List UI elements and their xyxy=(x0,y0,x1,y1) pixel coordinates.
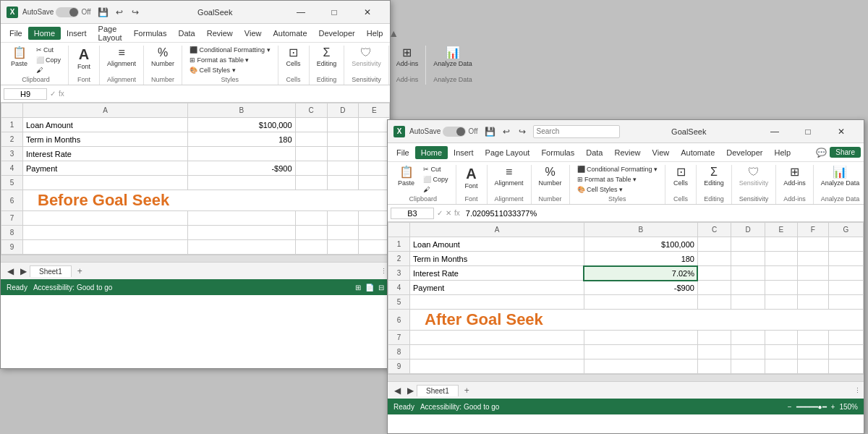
ribbon-toggle-btn[interactable]: ▲ xyxy=(388,27,399,39)
cells-button[interactable]: ⊡ Cells xyxy=(283,46,305,69)
cell-d3[interactable] xyxy=(327,147,359,161)
cell2-g9[interactable] xyxy=(828,359,863,374)
copy-button[interactable]: ⬜ Copy xyxy=(33,56,64,64)
cell2-c8[interactable] xyxy=(697,345,731,359)
menu-home[interactable]: Home xyxy=(28,27,61,40)
menu-data[interactable]: Data xyxy=(172,27,200,40)
menu2-formulas[interactable]: Formulas xyxy=(535,146,580,159)
editing-button[interactable]: Σ Editing xyxy=(314,46,340,69)
zoom-out-btn[interactable]: − xyxy=(788,403,792,411)
col-header-b[interactable]: B xyxy=(187,103,295,118)
cell-d4[interactable] xyxy=(327,161,359,176)
close-button[interactable]: ✕ xyxy=(351,1,384,24)
cell-c9[interactable] xyxy=(295,240,327,255)
cell2-c9[interactable] xyxy=(697,359,731,374)
cells-button-2[interactable]: ⊡ Cells xyxy=(670,165,692,188)
cell2-b3-selected[interactable]: 7.02% xyxy=(584,266,697,281)
zoom-slider[interactable]: ━━━━━●━ xyxy=(796,403,827,411)
formula-input-2[interactable] xyxy=(463,208,861,218)
comments-btn[interactable]: 💬 xyxy=(816,147,827,158)
cell2-b5[interactable] xyxy=(584,295,697,310)
resize-handle-2[interactable]: ⋮ xyxy=(854,387,861,394)
cell-b1[interactable]: $100,000 xyxy=(187,118,295,132)
save-button-2[interactable]: 💾 xyxy=(484,125,497,138)
menu-automate[interactable]: Automate xyxy=(267,27,312,40)
cell2-a3[interactable]: Interest Rate xyxy=(410,266,584,281)
cell2-a1[interactable]: Loan Amount xyxy=(410,237,584,252)
save-button[interactable]: 💾 xyxy=(97,6,110,19)
menu-page-layout[interactable]: Page Layout xyxy=(93,22,128,44)
font-button-2[interactable]: A Font xyxy=(461,165,482,191)
add-sheet-btn-2[interactable]: + xyxy=(459,384,475,397)
addins-button[interactable]: ⊞ Add-ins xyxy=(393,46,422,69)
cell-reference-box[interactable]: H9 xyxy=(4,88,47,100)
alignment-button[interactable]: ≡ Alignment xyxy=(104,46,139,69)
cell2-e8[interactable] xyxy=(765,345,797,359)
cell2-c4[interactable] xyxy=(697,281,731,295)
add-sheet-btn[interactable]: + xyxy=(72,265,88,278)
alignment-button-2[interactable]: ≡ Alignment xyxy=(492,165,527,188)
prev-sheet-btn-2[interactable]: ◀ xyxy=(391,384,404,397)
cell-styles-button[interactable]: 🎨 Cell Styles ▾ xyxy=(187,66,273,75)
number-button-2[interactable]: % Number xyxy=(536,165,565,188)
cell-a8[interactable] xyxy=(23,226,188,240)
cell2-d4[interactable] xyxy=(731,281,765,295)
cell-d8[interactable] xyxy=(327,226,359,240)
cell2-d8[interactable] xyxy=(731,345,765,359)
autosave-toggle[interactable] xyxy=(56,7,79,17)
format-table-button[interactable]: ⊞ Format as Table ▾ xyxy=(187,56,273,64)
col2-header-c[interactable]: C xyxy=(697,223,731,237)
col-header-c[interactable]: C xyxy=(295,103,327,118)
sheet-tab-1[interactable]: Sheet1 xyxy=(30,265,72,277)
cell2-a9[interactable] xyxy=(410,359,584,374)
cell-a3[interactable]: Interest Rate xyxy=(23,147,188,161)
cell-b8[interactable] xyxy=(187,226,295,240)
cell-c1[interactable] xyxy=(295,118,327,132)
menu2-automate[interactable]: Automate xyxy=(675,146,720,159)
cell-e2[interactable] xyxy=(359,132,390,147)
cell2-e2[interactable] xyxy=(765,252,797,266)
formula-input[interactable] xyxy=(67,89,387,99)
cell-b9[interactable] xyxy=(187,240,295,255)
cell-a4[interactable]: Payment xyxy=(23,161,188,176)
view-normal-btn[interactable]: ⊞ xyxy=(355,284,361,292)
menu2-page-layout[interactable]: Page Layout xyxy=(480,146,536,159)
cell2-e3[interactable] xyxy=(765,266,797,281)
cell2-f4[interactable] xyxy=(797,281,828,295)
redo-button-2[interactable]: ↪ xyxy=(516,125,529,138)
next-sheet-btn-2[interactable]: ▶ xyxy=(404,384,417,397)
analyze-button[interactable]: 📊 Analyze Data xyxy=(430,46,475,69)
format-table-button-2[interactable]: ⊞ Format as Table ▾ xyxy=(574,175,661,184)
horizontal-scrollbar[interactable] xyxy=(1,255,390,262)
conditional-formatting-button[interactable]: ⬛ Conditional Formatting ▾ xyxy=(187,46,273,54)
cell2-e7[interactable] xyxy=(765,331,797,345)
cell2-g4[interactable] xyxy=(828,281,863,295)
cell-a1[interactable]: Loan Amount xyxy=(23,118,188,132)
sheet-tab-2[interactable]: Sheet1 xyxy=(417,385,459,396)
cell2-c3[interactable] xyxy=(697,266,731,281)
col2-header-a[interactable]: A xyxy=(410,223,584,237)
cell2-b9[interactable] xyxy=(584,359,697,374)
cell-c2[interactable] xyxy=(295,132,327,147)
cell-c4[interactable] xyxy=(295,161,327,176)
prev-sheet-btn[interactable]: ◀ xyxy=(4,265,17,278)
cut-button-2[interactable]: ✂ Cut xyxy=(420,165,451,174)
cell2-a7[interactable] xyxy=(410,331,584,345)
cell-d5[interactable] xyxy=(327,176,359,190)
menu2-view[interactable]: View xyxy=(647,146,676,159)
cell2-d9[interactable] xyxy=(731,359,765,374)
restore-button-2[interactable]: □ xyxy=(791,120,825,143)
cell2-e4[interactable] xyxy=(765,281,797,295)
cell2-g3[interactable] xyxy=(828,266,863,281)
autosave-control-2[interactable]: AutoSave Off xyxy=(409,127,478,137)
share-btn[interactable]: Share xyxy=(830,147,861,158)
menu-help[interactable]: Help xyxy=(361,27,389,40)
menu2-help[interactable]: Help xyxy=(768,146,796,159)
paste-button[interactable]: 📋 Paste xyxy=(8,46,30,69)
copy-button-2[interactable]: ⬜ Copy xyxy=(420,175,451,184)
format-painter-button[interactable]: 🖌 xyxy=(33,66,64,75)
cell2-c5[interactable] xyxy=(697,295,731,310)
editing-button-2[interactable]: Σ Editing xyxy=(701,165,727,188)
minimize-button-2[interactable]: — xyxy=(758,120,791,143)
cell2-f7[interactable] xyxy=(797,331,828,345)
